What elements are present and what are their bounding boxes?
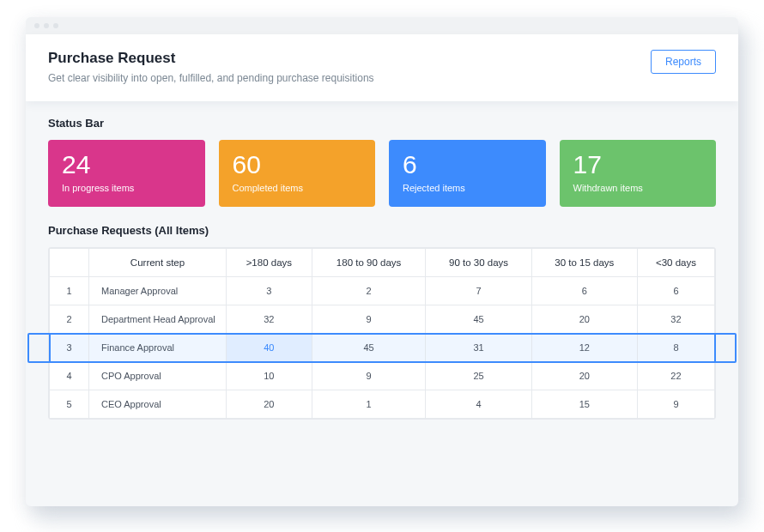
status-card[interactable]: 6Rejected items (389, 140, 546, 207)
cell-value[interactable]: 12 (531, 334, 637, 362)
purchase-requests-table: Current step>180 days180 to 90 days90 to… (49, 248, 715, 419)
column-header (50, 249, 89, 277)
cell-value[interactable]: 25 (426, 362, 531, 390)
table-container: Current step>180 days180 to 90 days90 to… (48, 247, 716, 420)
cell-value[interactable]: 10 (227, 362, 312, 390)
cell-value[interactable]: 4 (426, 390, 531, 419)
row-index: 2 (50, 305, 89, 334)
table-row[interactable]: 5CEO Approval2014159 (50, 390, 715, 419)
row-step: Department Head Approval (89, 305, 227, 334)
reports-button[interactable]: Reports (651, 50, 716, 74)
status-cards-row: 24In progress items60Completed items6Rej… (48, 140, 716, 207)
row-step: CPO Approval (89, 362, 227, 390)
cell-value[interactable]: 32 (227, 305, 312, 334)
row-step: Finance Approval (89, 334, 227, 362)
cell-value[interactable]: 45 (312, 334, 426, 362)
status-value: 17 (573, 152, 703, 178)
column-header: <30 days (637, 249, 714, 277)
row-index: 4 (50, 362, 89, 390)
table-row[interactable]: 3Finance Approval404531128 (50, 334, 715, 362)
status-value: 24 (62, 152, 191, 178)
cell-value[interactable]: 31 (426, 334, 531, 362)
page-header: Purchase Request Get clear visibility in… (26, 34, 738, 101)
status-label: Completed items (233, 183, 362, 193)
window-dot (34, 23, 39, 28)
status-card[interactable]: 60Completed items (219, 140, 376, 207)
table-row[interactable]: 4CPO Approval109252022 (50, 362, 715, 390)
column-header: Current step (89, 249, 227, 277)
row-step: Manager Approval (89, 277, 227, 305)
cell-value[interactable]: 9 (312, 305, 426, 334)
status-label: In progress items (62, 183, 191, 193)
table-row[interactable]: 1Manager Approval32766 (50, 277, 715, 305)
cell-value[interactable]: 20 (531, 362, 637, 390)
cell-value[interactable]: 9 (312, 362, 426, 390)
cell-value[interactable]: 7 (426, 277, 531, 305)
app-window: Purchase Request Get clear visibility in… (26, 17, 738, 506)
cell-value[interactable]: 6 (637, 277, 714, 305)
cell-value[interactable]: 40 (227, 334, 312, 362)
cell-value[interactable]: 9 (637, 390, 714, 419)
cell-value[interactable]: 8 (637, 334, 714, 362)
window-dot (44, 23, 49, 28)
cell-value[interactable]: 22 (637, 362, 714, 390)
cell-value[interactable]: 6 (531, 277, 637, 305)
cell-value[interactable]: 3 (227, 277, 312, 305)
cell-value[interactable]: 1 (312, 390, 426, 419)
cell-value[interactable]: 20 (227, 390, 312, 419)
cell-value[interactable]: 15 (531, 390, 637, 419)
column-header: 180 to 90 days (312, 249, 426, 277)
cell-value[interactable]: 20 (531, 305, 637, 334)
row-index: 1 (50, 277, 89, 305)
status-card[interactable]: 17Withdrawn items (560, 140, 717, 207)
status-card[interactable]: 24In progress items (48, 140, 205, 207)
page-title: Purchase Request (48, 50, 651, 67)
column-header: >180 days (227, 249, 312, 277)
status-value: 60 (233, 152, 362, 178)
status-label: Rejected items (403, 183, 532, 193)
table-row[interactable]: 2Department Head Approval329452032 (50, 305, 715, 334)
table-title: Purchase Requests (All Items) (48, 224, 716, 237)
column-header: 90 to 30 days (426, 249, 531, 277)
window-titlebar (26, 17, 738, 34)
status-label: Withdrawn items (573, 183, 703, 193)
row-index: 3 (50, 334, 89, 362)
column-header: 30 to 15 days (531, 249, 637, 277)
row-index: 5 (50, 390, 89, 419)
cell-value[interactable]: 2 (312, 277, 426, 305)
window-dot (53, 23, 58, 28)
status-value: 6 (403, 152, 532, 178)
cell-value[interactable]: 45 (426, 305, 531, 334)
cell-value[interactable]: 32 (637, 305, 714, 334)
status-bar-label: Status Bar (48, 117, 716, 130)
page-subtitle: Get clear visibility into open, fulfille… (48, 72, 651, 84)
row-step: CEO Approval (89, 390, 227, 419)
